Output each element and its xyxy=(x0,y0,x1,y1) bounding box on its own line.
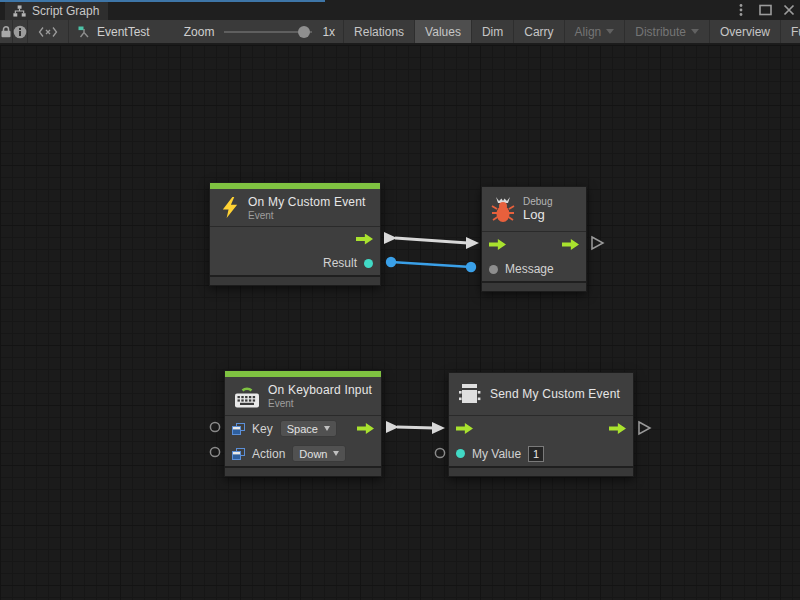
close-icon[interactable] xyxy=(782,3,796,17)
my-value-input-row: My Value 1 xyxy=(449,441,633,466)
chevron-down-icon xyxy=(333,451,339,456)
node-on-keyboard-input[interactable]: On Keyboard Input Event Key Space xyxy=(224,370,382,477)
zoom-slider-handle[interactable] xyxy=(298,26,310,38)
carry-button[interactable]: Carry xyxy=(514,20,564,43)
graph-name: EventTest xyxy=(97,25,150,39)
node-footer xyxy=(225,466,381,476)
flow-row xyxy=(449,416,633,441)
node-debug-log[interactable]: Debug Log Message xyxy=(481,186,587,292)
node-subtitle: Event xyxy=(248,210,366,221)
chevron-down-icon xyxy=(606,29,614,34)
overview-button[interactable]: Overview xyxy=(710,20,781,43)
send-custom-event-icon xyxy=(458,383,482,405)
graph-info-section: EventTest Zoom 1x xyxy=(69,20,344,43)
node-subtitle: Event xyxy=(268,398,372,409)
graph-canvas[interactable] xyxy=(0,45,800,600)
result-output-row: Result xyxy=(210,251,380,275)
port-label: Key xyxy=(252,422,273,436)
node-send-my-custom-event[interactable]: Send My Custom Event My Value 1 xyxy=(448,372,634,477)
action-input-row: Action Down xyxy=(225,441,381,466)
zoom-label: Zoom xyxy=(184,25,215,39)
menu-icon[interactable] xyxy=(734,3,748,17)
graph-hierarchy-icon xyxy=(13,5,26,17)
tab-script-graph[interactable]: Script Graph xyxy=(5,2,108,20)
lightning-bolt-icon xyxy=(219,196,240,219)
flow-row xyxy=(482,232,586,257)
info-icon xyxy=(13,25,27,39)
node-title: Log xyxy=(523,207,552,222)
unity-visual-scripting-window: Script Graph xyxy=(0,0,800,600)
result-output-port[interactable] xyxy=(364,259,373,268)
port-label: Result xyxy=(323,256,357,270)
inline-value-icon xyxy=(232,423,245,435)
zoom-slider[interactable] xyxy=(224,26,312,38)
port-label: Action xyxy=(252,447,285,461)
zoom-value: 1x xyxy=(322,25,335,39)
tab-title: Script Graph xyxy=(32,4,99,18)
graph-toolbar: EventTest Zoom 1x Relations Values Dim C… xyxy=(0,20,800,44)
my-value-field[interactable]: 1 xyxy=(528,446,544,462)
dim-button[interactable]: Dim xyxy=(472,20,514,43)
window-controls xyxy=(734,0,796,20)
node-footer xyxy=(449,466,633,476)
flow-output-port[interactable] xyxy=(562,239,579,250)
key-input-row: Key Space xyxy=(225,416,381,441)
flow-input-port[interactable] xyxy=(489,239,506,250)
node-title: On Keyboard Input xyxy=(268,383,372,397)
maximize-icon[interactable] xyxy=(758,3,772,17)
node-title: On My Custom Event xyxy=(248,195,366,209)
port-label: Message xyxy=(505,262,554,276)
bug-icon xyxy=(491,196,515,223)
full-screen-button[interactable]: Full Screen xyxy=(781,20,800,43)
lock-button[interactable] xyxy=(0,20,13,43)
action-dropdown[interactable]: Down xyxy=(292,445,346,462)
values-button[interactable]: Values xyxy=(415,20,472,43)
align-dropdown-button[interactable]: Align xyxy=(565,20,626,43)
keyboard-icon xyxy=(234,384,260,409)
code-icon xyxy=(38,26,58,38)
node-on-my-custom-event[interactable]: On My Custom Event Event Result xyxy=(209,182,381,286)
message-input-port[interactable] xyxy=(489,265,498,274)
chevron-down-icon xyxy=(691,29,699,34)
message-input-row: Message xyxy=(482,257,586,281)
flow-input-port[interactable] xyxy=(456,423,473,434)
node-header[interactable]: Send My Custom Event xyxy=(449,373,633,415)
node-header[interactable]: Debug Log xyxy=(482,187,586,231)
chevron-down-icon xyxy=(324,426,330,431)
node-title: Send My Custom Event xyxy=(490,387,620,401)
node-header[interactable]: On My Custom Event Event xyxy=(210,189,380,226)
flow-output-port[interactable] xyxy=(609,423,626,434)
code-preview-button[interactable] xyxy=(28,20,69,43)
node-kind-label: Debug xyxy=(523,196,552,207)
flow-output-port[interactable] xyxy=(357,423,374,434)
node-footer xyxy=(210,275,380,285)
flow-output-port[interactable] xyxy=(356,234,373,245)
toolbar-toggle-group: Relations Values Dim Carry Align Distrib… xyxy=(344,20,800,43)
node-footer xyxy=(482,281,586,291)
relations-button[interactable]: Relations xyxy=(344,20,415,43)
inline-value-icon xyxy=(232,448,245,460)
tab-bar: Script Graph xyxy=(0,0,800,20)
key-dropdown[interactable]: Space xyxy=(280,420,337,437)
node-header[interactable]: On Keyboard Input Event xyxy=(225,377,381,415)
port-label: My Value xyxy=(472,447,521,461)
distribute-dropdown-button[interactable]: Distribute xyxy=(625,20,710,43)
script-graph-asset-icon xyxy=(77,25,91,39)
info-button[interactable] xyxy=(13,20,28,43)
my-value-input-port[interactable] xyxy=(456,449,465,458)
lock-icon xyxy=(0,25,12,38)
flow-output-row xyxy=(210,227,380,251)
